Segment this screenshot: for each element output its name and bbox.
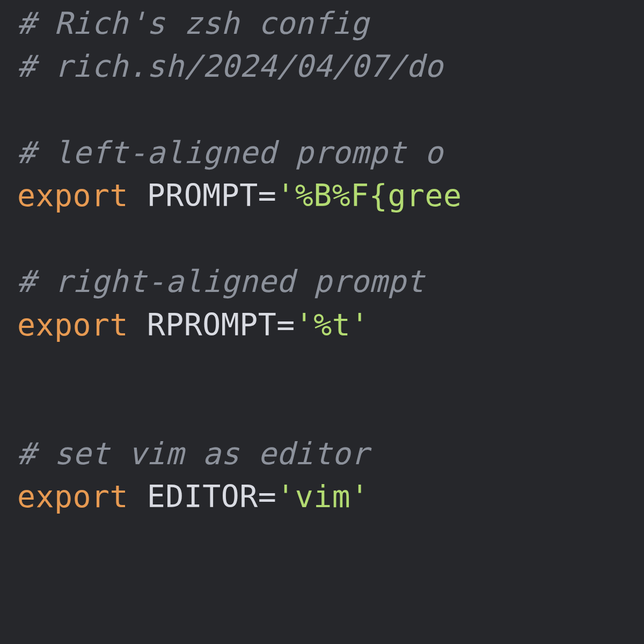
code-comment: # left-aligned prompt o	[17, 135, 443, 170]
code-whitespace	[128, 479, 147, 514]
code-line: # left-aligned prompt o	[17, 135, 443, 170]
code-keyword: export	[17, 178, 128, 213]
code-comment: # Rich's zsh config	[17, 6, 369, 41]
code-line: export EDITOR='vim'	[17, 479, 369, 514]
code-whitespace	[128, 178, 147, 213]
code-operator: =	[258, 479, 277, 514]
code-line: export RPROMPT='%t'	[17, 308, 369, 342]
code-line: export PROMPT='%B%F{gree	[17, 178, 462, 213]
code-line: # rich.sh/2024/04/07/do	[17, 49, 443, 84]
code-line: # Rich's zsh config	[17, 6, 369, 41]
code-comment: # set vim as editor	[17, 436, 369, 471]
code-variable: PROMPT	[147, 178, 258, 213]
code-line: # right-aligned prompt	[17, 264, 425, 299]
code-string: '%t'	[295, 308, 369, 342]
code-editor-content: # Rich's zsh config # rich.sh/2024/04/07…	[0, 0, 644, 519]
code-line: # set vim as editor	[17, 436, 369, 471]
code-keyword: export	[17, 308, 128, 342]
code-variable: RPROMPT	[147, 308, 277, 342]
code-operator: =	[276, 308, 295, 342]
code-variable: EDITOR	[147, 479, 258, 514]
code-whitespace	[128, 308, 147, 342]
code-keyword: export	[17, 479, 128, 514]
code-string: 'vim'	[276, 479, 369, 514]
code-operator: =	[258, 178, 277, 213]
code-comment: # right-aligned prompt	[17, 264, 425, 299]
code-string: '%B%F{gree	[276, 178, 462, 213]
code-comment: # rich.sh/2024/04/07/do	[17, 49, 443, 84]
